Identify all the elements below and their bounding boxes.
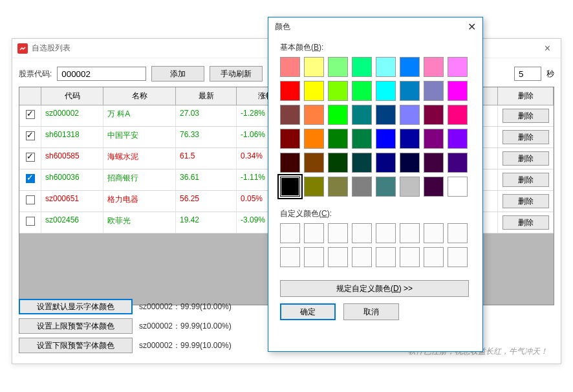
- color-swatch[interactable]: [304, 57, 324, 77]
- color-swatch[interactable]: [280, 177, 300, 197]
- color-swatch[interactable]: [280, 105, 300, 125]
- row-checkbox[interactable]: [26, 131, 35, 140]
- color-swatch[interactable]: [448, 129, 468, 149]
- header-latest: 最新: [176, 87, 237, 105]
- color-swatch[interactable]: [328, 105, 348, 125]
- color-swatch[interactable]: [424, 57, 444, 77]
- interval-input[interactable]: [514, 67, 541, 81]
- custom-color-swatch[interactable]: [448, 223, 468, 243]
- cell-latest: 19.42: [176, 212, 237, 233]
- upper-alert-color-button[interactable]: 设置上限预警字体颜色: [19, 318, 133, 334]
- color-swatch[interactable]: [352, 81, 372, 101]
- color-swatch[interactable]: [280, 153, 300, 173]
- custom-color-swatch[interactable]: [280, 247, 300, 267]
- color-dialog-title: 颜色: [275, 21, 290, 32]
- color-swatch[interactable]: [304, 177, 324, 197]
- delete-button[interactable]: 删除: [503, 173, 549, 187]
- color-swatch[interactable]: [304, 81, 324, 101]
- color-swatch[interactable]: [448, 105, 468, 125]
- custom-color-swatch[interactable]: [448, 247, 468, 267]
- custom-color-swatch[interactable]: [352, 247, 372, 267]
- color-swatch[interactable]: [352, 153, 372, 173]
- color-swatch[interactable]: [328, 57, 348, 77]
- color-swatch[interactable]: [280, 81, 300, 101]
- define-custom-color-button[interactable]: 规定自定义颜色(D) >>: [280, 280, 469, 297]
- cancel-button[interactable]: 取消: [343, 303, 399, 320]
- color-swatch[interactable]: [400, 129, 420, 149]
- delete-button[interactable]: 删除: [503, 151, 549, 166]
- custom-color-swatch[interactable]: [424, 247, 444, 267]
- cell-code: sh600585: [41, 148, 103, 169]
- color-swatch[interactable]: [400, 105, 420, 125]
- color-swatch[interactable]: [304, 153, 324, 173]
- custom-color-swatch[interactable]: [328, 223, 348, 243]
- color-swatch[interactable]: [400, 81, 420, 101]
- cell-code: sz000002: [41, 105, 103, 126]
- color-swatch[interactable]: [448, 81, 468, 101]
- custom-color-swatch[interactable]: [400, 247, 420, 267]
- custom-color-swatch[interactable]: [352, 223, 372, 243]
- header-checkbox: [19, 87, 41, 105]
- color-swatch[interactable]: [352, 105, 372, 125]
- row-checkbox[interactable]: [26, 195, 35, 204]
- custom-color-swatch[interactable]: [424, 223, 444, 243]
- color-swatch[interactable]: [424, 153, 444, 173]
- color-swatch[interactable]: [376, 57, 396, 77]
- color-swatch[interactable]: [280, 57, 300, 77]
- custom-color-swatch[interactable]: [400, 223, 420, 243]
- lower-alert-color-button[interactable]: 设置下限预警字体颜色: [19, 338, 133, 353]
- code-label: 股票代码:: [19, 69, 52, 80]
- custom-color-swatch[interactable]: [280, 223, 300, 243]
- stock-code-input[interactable]: [57, 67, 146, 81]
- ok-button[interactable]: 确定: [280, 303, 336, 320]
- custom-color-swatch[interactable]: [304, 247, 324, 267]
- custom-color-swatch[interactable]: [376, 223, 396, 243]
- cell-code: sz000651: [41, 191, 103, 212]
- row-checkbox[interactable]: [26, 110, 35, 119]
- color-swatch[interactable]: [424, 81, 444, 101]
- color-swatch[interactable]: [448, 57, 468, 77]
- color-swatch[interactable]: [328, 177, 348, 197]
- refresh-button[interactable]: 手动刷新: [210, 66, 263, 82]
- delete-button[interactable]: 删除: [503, 109, 549, 123]
- color-dialog-close-icon[interactable]: ✕: [468, 21, 476, 33]
- color-swatch[interactable]: [304, 105, 324, 125]
- sample-upper: sz000002：99.99(10.00%): [139, 321, 232, 332]
- close-icon[interactable]: ×: [539, 43, 556, 54]
- color-swatch[interactable]: [328, 129, 348, 149]
- add-button[interactable]: 添加: [151, 66, 204, 82]
- color-swatch[interactable]: [376, 153, 396, 173]
- color-swatch[interactable]: [448, 177, 468, 197]
- color-swatch[interactable]: [376, 129, 396, 149]
- delete-button[interactable]: 删除: [503, 215, 549, 230]
- row-checkbox[interactable]: [26, 217, 35, 226]
- color-swatch[interactable]: [328, 153, 348, 173]
- custom-color-swatch[interactable]: [376, 247, 396, 267]
- delete-button[interactable]: 删除: [503, 194, 549, 208]
- app-icon: [17, 43, 28, 54]
- color-swatch[interactable]: [352, 57, 372, 77]
- color-swatch[interactable]: [280, 129, 300, 149]
- custom-color-swatch[interactable]: [328, 247, 348, 267]
- cell-latest: 76.33: [176, 127, 237, 147]
- color-swatch[interactable]: [376, 177, 396, 197]
- color-swatch[interactable]: [376, 105, 396, 125]
- color-swatch[interactable]: [400, 57, 420, 77]
- row-checkbox[interactable]: [26, 153, 35, 162]
- cell-name: 格力电器: [103, 191, 176, 212]
- delete-button[interactable]: 删除: [503, 130, 549, 144]
- color-swatch[interactable]: [424, 177, 444, 197]
- color-swatch[interactable]: [424, 129, 444, 149]
- color-swatch[interactable]: [400, 153, 420, 173]
- custom-color-swatch[interactable]: [304, 223, 324, 243]
- default-color-button[interactable]: 设置默认显示字体颜色: [19, 299, 133, 314]
- color-swatch[interactable]: [352, 129, 372, 149]
- color-swatch[interactable]: [376, 81, 396, 101]
- color-swatch[interactable]: [400, 177, 420, 197]
- color-swatch[interactable]: [424, 105, 444, 125]
- color-swatch[interactable]: [328, 81, 348, 101]
- row-checkbox[interactable]: [26, 174, 35, 183]
- color-swatch[interactable]: [352, 177, 372, 197]
- color-swatch[interactable]: [448, 153, 468, 173]
- color-swatch[interactable]: [304, 129, 324, 149]
